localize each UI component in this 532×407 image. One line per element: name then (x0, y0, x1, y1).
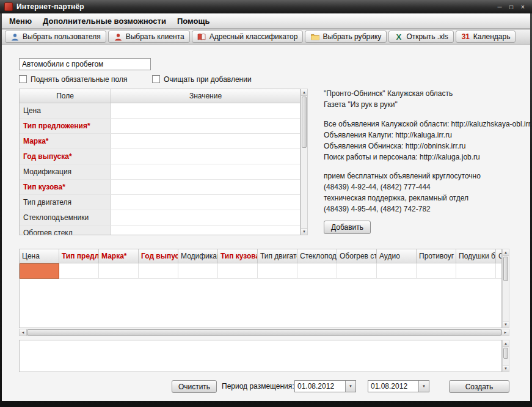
results-grid-scrollbar[interactable]: ▲ ▼ (502, 249, 509, 328)
fields-table-scrollbar[interactable]: ▲ ▼ (301, 89, 308, 235)
scroll-right-icon[interactable]: ► (501, 329, 509, 336)
grid-column-header[interactable]: Модификац (178, 249, 218, 263)
title-bar[interactable]: Интернет-партнёр ─ □ × (0, 0, 532, 13)
field-value-cell[interactable] (111, 164, 300, 179)
grid-column-header[interactable]: Противоуг (417, 249, 456, 263)
minimize-button[interactable]: ─ (495, 2, 505, 12)
field-label: Тип двигателя (20, 195, 111, 210)
info-link-line: Все объявления Калужской области: http:/… (324, 119, 530, 130)
field-value-cell[interactable] (111, 195, 300, 210)
clear-button[interactable]: Очистить (172, 380, 217, 393)
grid-cell[interactable] (377, 263, 417, 279)
checkbox-icon[interactable] (152, 75, 160, 83)
grid-cell[interactable] (417, 263, 456, 279)
scroll-up-icon[interactable]: ▲ (503, 340, 509, 347)
scroll-up-icon[interactable]: ▲ (301, 89, 307, 96)
create-button[interactable]: Создать (449, 380, 509, 393)
menu-bar: Меню Дополнительные возможности Помощь (2, 13, 530, 29)
results-grid-header: Цена Тип предло Марка* Год выпуск Модифи… (20, 249, 502, 263)
fields-table-header: Поле Значение (20, 89, 300, 103)
results-grid: Цена Тип предло Марка* Год выпуск Модифи… (19, 249, 502, 328)
grid-cell[interactable] (99, 263, 139, 279)
grid-cell[interactable] (258, 263, 297, 279)
column-header-field: Поле (20, 89, 111, 103)
dropdown-icon[interactable]: ▼ (345, 381, 355, 392)
info-link-line: Поиск работы и персонала: http://kaluga.… (324, 152, 530, 163)
info-contacts-block: прием бесплатных объявлений круглосуточн… (324, 170, 530, 215)
dropdown-icon[interactable]: ▼ (418, 381, 429, 392)
grid-column-header[interactable]: Подушки бе (456, 249, 496, 263)
column-header-value: Значение (111, 89, 300, 103)
window-controls: ─ □ × (495, 2, 528, 12)
scrollbar-thumb[interactable] (302, 97, 307, 148)
select-client-button[interactable]: Выбрать клиента (108, 31, 190, 43)
menu-item-extra-features[interactable]: Дополнительные возможности (37, 16, 172, 26)
field-value-cell[interactable] (111, 226, 300, 235)
grid-column-header[interactable]: Тип двигате (258, 249, 297, 263)
grid-cell[interactable] (178, 263, 218, 279)
field-value-cell[interactable] (111, 149, 300, 164)
scroll-up-icon[interactable]: ▲ (503, 249, 509, 256)
grid-cell[interactable] (496, 263, 502, 279)
hscrollbar-thumb[interactable] (27, 329, 501, 336)
field-label: Стеклоподъемники (20, 210, 111, 225)
calendar-button[interactable]: 31 Календарь (456, 31, 516, 43)
grid-column-header[interactable]: Аудио (377, 249, 417, 263)
window-title: Интернет-партнёр (16, 2, 84, 11)
grid-cell[interactable] (297, 263, 337, 279)
raise-required-checkbox[interactable]: Поднять обязательные поля (19, 75, 128, 84)
checkbox-icon[interactable] (19, 75, 27, 83)
date-to-value: 01.08.2012 (368, 381, 418, 392)
info-contact-line: техническая поддержка, рекламный отдел (324, 193, 530, 204)
menu-item-menu[interactable]: Меню (9, 16, 37, 26)
maximize-button[interactable]: □ (506, 2, 516, 12)
scroll-down-icon[interactable]: ▼ (503, 321, 509, 328)
grid-cell-selected[interactable] (20, 263, 59, 279)
description-textarea[interactable] (19, 340, 502, 372)
fields-table: Поле Значение Цена Тип предложения* Марк… (19, 89, 301, 235)
address-classifier-button[interactable]: Адресный классификатор (192, 31, 304, 43)
scrollbar-thumb[interactable] (503, 348, 508, 359)
grid-column-header[interactable]: Цена (20, 249, 59, 263)
grid-column-header[interactable]: Обогрев ст (337, 249, 377, 263)
grid-column-header[interactable]: Марка* (99, 249, 139, 263)
field-value-cell[interactable] (111, 180, 300, 194)
clear-on-add-checkbox[interactable]: Очищать при добавлении (152, 75, 252, 84)
date-to-select[interactable]: 01.08.2012 ▼ (368, 380, 429, 392)
field-value-cell[interactable] (111, 103, 300, 118)
date-from-select[interactable]: 01.08.2012 ▼ (294, 380, 356, 392)
field-value-cell[interactable] (111, 134, 300, 148)
scrollbar-thumb[interactable] (503, 257, 508, 281)
grid-cell[interactable] (59, 263, 99, 279)
app-window: Интернет-партнёр ─ □ × Меню Дополнительн… (0, 0, 532, 407)
close-button[interactable]: × (518, 2, 528, 12)
field-row: Марка* (20, 134, 300, 149)
grid-column-header[interactable]: Год выпуск (139, 249, 178, 263)
scroll-left-icon[interactable]: ◄ (20, 329, 27, 336)
menu-item-help[interactable]: Помощь (172, 16, 215, 26)
info-links-block: Все объявления Калужской области: http:/… (324, 119, 530, 163)
select-rubric-button[interactable]: Выбрать рубрику (305, 31, 387, 43)
grid-column-header[interactable]: Тип кузова* (218, 249, 258, 263)
textarea-scrollbar[interactable]: ▲ ▼ (502, 340, 509, 372)
select-user-button[interactable]: Выбрать пользователя (5, 31, 106, 43)
field-value-cell[interactable] (111, 210, 300, 225)
grid-column-header[interactable]: Си (496, 249, 502, 263)
grid-column-header[interactable]: Стеклопод (297, 249, 337, 263)
open-xls-button[interactable]: X Открыть .xls (388, 31, 453, 43)
grid-column-header[interactable]: Тип предло (59, 249, 99, 263)
grid-cell[interactable] (456, 263, 496, 279)
rubric-input[interactable] (19, 58, 151, 70)
grid-cell[interactable] (139, 263, 178, 279)
scroll-down-icon[interactable]: ▼ (301, 228, 307, 235)
add-button[interactable]: Добавить (324, 221, 371, 234)
field-value-cell[interactable] (111, 119, 300, 133)
client-area: Поднять обязательные поля Очищать при до… (2, 45, 530, 401)
folder-icon (310, 32, 319, 41)
results-grid-hscrollbar[interactable]: ◄ ► (19, 329, 509, 336)
field-row: Тип кузова* (20, 180, 300, 195)
grid-cell[interactable] (218, 263, 258, 279)
scroll-down-icon[interactable]: ▼ (503, 365, 509, 372)
grid-cell[interactable] (337, 263, 377, 279)
field-row: Цена (20, 103, 300, 119)
